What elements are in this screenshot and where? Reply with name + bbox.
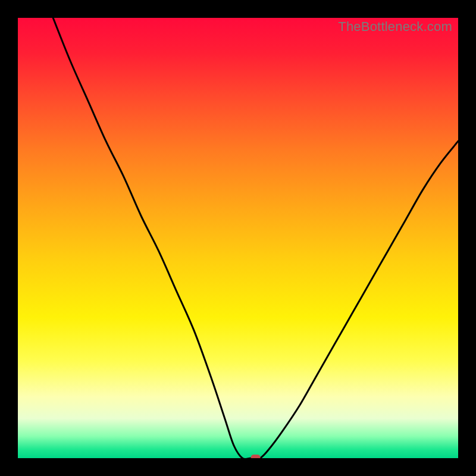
plot-area: TheBottleneck.com [18, 18, 458, 458]
chart-frame: TheBottleneck.com [0, 0, 476, 476]
bottleneck-curve [53, 18, 458, 458]
optimal-marker [251, 455, 261, 458]
curve-svg [18, 18, 458, 458]
